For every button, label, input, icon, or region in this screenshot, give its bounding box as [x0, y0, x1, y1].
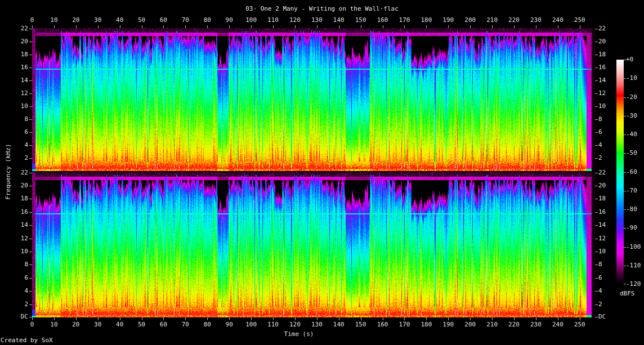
time-tick-label: 160 [377, 17, 388, 24]
freq-tick-label: 10 [0, 248, 28, 255]
freq-tick-label: 12 [0, 90, 28, 97]
freq-tick-label: 22 [598, 169, 606, 176]
freq-tick-label: 2 [0, 301, 28, 308]
spectrogram-canvas [0, 0, 644, 345]
time-tick-label: 200 [464, 321, 476, 328]
time-tick-label: 80 [204, 321, 211, 328]
freq-tick-label: 10 [0, 103, 28, 110]
time-tick-label: 30 [94, 321, 101, 328]
time-tick-label: 140 [333, 321, 345, 328]
db-tick-label: -90 [626, 225, 637, 231]
db-tick-label: +0 [626, 56, 633, 63]
freq-tick-label: 14 [598, 77, 606, 84]
time-tick-label: 120 [289, 17, 301, 24]
freq-tick-label: 4 [0, 288, 28, 294]
time-tick-label: 140 [333, 17, 345, 24]
db-tick-label: -70 [626, 187, 637, 194]
db-tick-label: -60 [626, 169, 637, 176]
time-tick-label: 50 [138, 17, 145, 24]
time-tick-label: 100 [245, 17, 257, 24]
freq-tick-label: 18 [598, 195, 606, 202]
time-tick-label: 240 [552, 321, 564, 328]
freq-tick-label: 16 [0, 209, 28, 216]
freq-tick-label: 12 [598, 90, 606, 97]
freq-tick-label: 10 [598, 103, 606, 110]
freq-tick-label: 14 [0, 77, 28, 84]
freq-tick-label: 8 [598, 116, 602, 123]
time-tick-label: 20 [72, 321, 79, 328]
freq-tick-label: 8 [0, 261, 28, 268]
time-tick-label: 180 [421, 321, 432, 328]
colorbar-unit-label: dBFS [620, 290, 635, 297]
time-tick-label: 160 [377, 321, 388, 328]
freq-tick-label: 16 [0, 64, 28, 71]
time-tick-label: 190 [442, 17, 454, 24]
time-tick-label: 250 [574, 321, 585, 328]
db-tick-label: -40 [626, 131, 637, 138]
db-tick-label: -20 [626, 94, 637, 101]
freq-tick-label: 16 [598, 64, 606, 71]
db-tick-label: -50 [626, 150, 637, 156]
time-tick-label: 50 [138, 321, 145, 328]
time-tick-label: 230 [530, 17, 542, 24]
time-tick-label: 200 [464, 17, 476, 24]
time-tick-label: 250 [574, 17, 585, 24]
db-tick-label: -100 [626, 244, 641, 250]
freq-tick-label: 8 [598, 261, 602, 268]
freq-tick-label: 16 [598, 209, 606, 216]
time-tick-label: 10 [50, 17, 57, 24]
time-tick-label: 180 [421, 17, 432, 24]
db-tick-label: -110 [626, 262, 641, 269]
db-tick-label: -10 [626, 75, 637, 82]
freq-tick-label: 20 [598, 182, 606, 189]
time-tick-label: 240 [552, 17, 564, 24]
time-tick-label: 110 [267, 17, 279, 24]
freq-tick-label: 14 [598, 222, 606, 228]
db-tick-label: -30 [626, 113, 637, 119]
sox-spectrogram-window: 03· One 2 Many - Writing on the Wall·fla… [0, 0, 644, 345]
freq-tick-label: 14 [0, 222, 28, 228]
time-tick-label: 90 [226, 321, 233, 328]
freq-tick-label: 4 [598, 288, 602, 294]
freq-tick-label: 6 [0, 275, 28, 281]
time-tick-label: 130 [311, 321, 323, 328]
db-tick-label: -80 [626, 206, 637, 213]
time-tick-label: 210 [486, 17, 498, 24]
time-tick-label: 170 [399, 17, 410, 24]
time-tick-label: 10 [50, 321, 57, 328]
freq-tick-label: 20 [0, 38, 28, 45]
time-tick-label: 70 [182, 17, 189, 24]
freq-tick-label-dc: DC [598, 313, 606, 320]
time-tick-label: 230 [530, 321, 542, 328]
freq-tick-label: 10 [598, 248, 606, 255]
freq-tick-label: 12 [0, 235, 28, 242]
time-tick-label: 220 [508, 321, 520, 328]
frequency-axis-label: Frequency (kHz) [5, 144, 12, 199]
freq-tick-label: 6 [598, 129, 602, 136]
time-axis-label: Time (s) [284, 330, 314, 338]
freq-tick-label: 6 [0, 129, 28, 136]
time-tick-label: 20 [72, 17, 79, 24]
freq-tick-label: 2 [598, 301, 602, 308]
freq-tick-label: 6 [598, 275, 602, 281]
time-tick-label: 0 [30, 321, 34, 328]
freq-tick-label: 12 [598, 235, 606, 242]
freq-tick-label: 18 [0, 51, 28, 58]
time-tick-label: 40 [116, 321, 123, 328]
db-tick-label: -120 [626, 281, 641, 288]
freq-tick-label: 20 [598, 38, 606, 45]
freq-tick-label: 2 [598, 155, 602, 162]
freq-tick-label-dc: DC [0, 313, 28, 320]
time-tick-label: 130 [311, 17, 323, 24]
time-tick-label: 30 [94, 17, 101, 24]
time-tick-label: 70 [182, 321, 189, 328]
chart-title: 03· One 2 Many - Writing on the Wall·fla… [0, 5, 644, 12]
freq-tick-label: 22 [0, 25, 28, 32]
time-tick-label: 40 [116, 17, 123, 24]
freq-tick-label: 4 [598, 142, 602, 149]
time-tick-label: 110 [267, 321, 279, 328]
sox-credit: Created by SoX [1, 337, 53, 344]
time-tick-label: 60 [160, 17, 167, 24]
time-tick-label: 90 [226, 17, 233, 24]
time-tick-label: 220 [508, 17, 520, 24]
